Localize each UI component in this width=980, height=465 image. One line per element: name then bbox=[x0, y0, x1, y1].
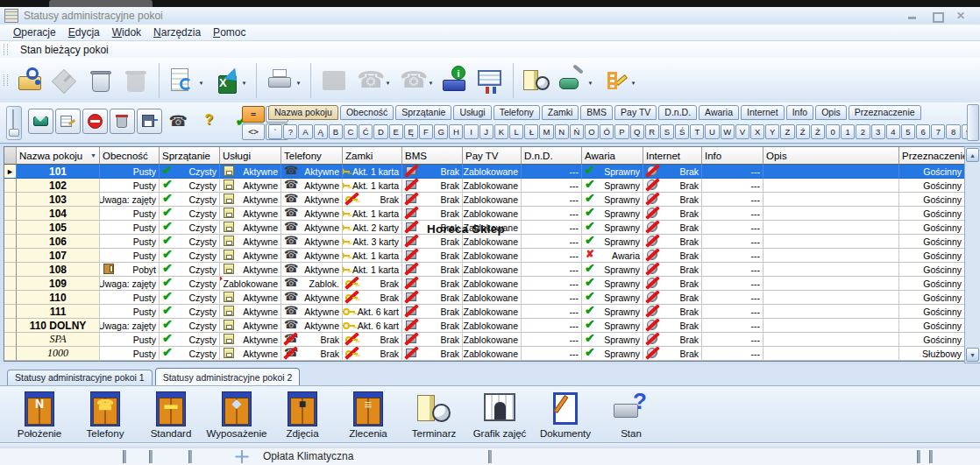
tab-statusy-administracyjne-pokoi-1[interactable]: Statusy administracyjne pokoi 1 bbox=[7, 370, 153, 385]
filter-column-obecno[interactable]: Obecność bbox=[340, 105, 394, 120]
table-row[interactable]: 102PustyCzystyAktywneAktywneAkt. 1 karta… bbox=[4, 179, 965, 193]
question-button[interactable] bbox=[200, 110, 221, 131]
toolbar-grip[interactable] bbox=[4, 44, 8, 55]
alphabet-button[interactable]: Q bbox=[630, 124, 644, 139]
filter-column-d-n-d[interactable]: D.n.D. bbox=[658, 105, 697, 120]
alphabet-button[interactable]: M bbox=[539, 124, 553, 139]
search-button[interactable] bbox=[13, 61, 48, 100]
print-button[interactable] bbox=[262, 61, 305, 100]
panel-button-zlecenia[interactable]: ≡Zlecenia bbox=[339, 391, 397, 439]
alphabet-button[interactable]: H bbox=[449, 124, 463, 139]
panel-button-po-o-enie[interactable]: NPołożenie bbox=[11, 391, 68, 439]
alphabet-button[interactable]: V bbox=[735, 124, 749, 139]
menu-item-widok[interactable]: Widok bbox=[106, 25, 147, 39]
filter-column-awaria[interactable]: Awaria bbox=[699, 105, 739, 120]
column-header-info[interactable]: Info bbox=[702, 147, 763, 165]
housekeeping-vacuum-button[interactable] bbox=[554, 61, 597, 100]
panel-button-standard[interactable]: ▬Standard bbox=[142, 391, 200, 439]
table-row[interactable]: 104PustyCzystyAktywneAktywneAkt. 1 karta… bbox=[4, 207, 965, 221]
filter-column-sprz-tanie[interactable]: Sprzątanie bbox=[395, 105, 451, 120]
column-header-awaria[interactable]: Awaria bbox=[582, 147, 643, 165]
panel-button-wyposa-enie[interactable]: ◆Wyposażenie bbox=[208, 391, 266, 439]
alphabet-button[interactable]: 5 bbox=[901, 124, 915, 139]
panel-button-zdj-cia[interactable]: ■Zdjęcia bbox=[273, 391, 331, 439]
dropdown-arrow-icon[interactable] bbox=[586, 73, 594, 88]
column-header-obecno[interactable]: Obecność bbox=[100, 147, 160, 165]
alphabet-button[interactable]: C bbox=[344, 124, 358, 139]
alphabet-button[interactable]: ? bbox=[283, 124, 297, 139]
filter-column-zamki[interactable]: Zamki bbox=[542, 105, 579, 120]
alphabet-button[interactable]: P bbox=[614, 124, 628, 139]
alphabet-button[interactable]: N bbox=[555, 124, 569, 139]
alphabet-button[interactable]: S bbox=[660, 124, 674, 139]
alphabet-button[interactable]: D bbox=[373, 124, 387, 139]
table-row[interactable]: SPAPustyCzystyAktywneBrakBrakBrakZabloko… bbox=[4, 333, 965, 347]
menu-item-pomoc[interactable]: Pomoc bbox=[207, 25, 252, 39]
menu-item-edycja[interactable]: Edycja bbox=[62, 25, 106, 39]
table-row[interactable]: 110PustyCzystyAktywneAktywneBrakBrakZabl… bbox=[4, 291, 965, 305]
table-row[interactable]: 110 DOLNYUwaga: zajętyCzystyAktywneAktyw… bbox=[4, 319, 965, 333]
dropdown-arrow-icon[interactable] bbox=[629, 73, 637, 88]
refresh-list-button[interactable] bbox=[165, 61, 208, 100]
menu-item-operacje[interactable]: Operacje bbox=[7, 25, 62, 39]
no-entry-button[interactable] bbox=[82, 109, 108, 134]
tab-statusy-administracyjne-pokoi-2[interactable]: Statusy administracyjne pokoi 2 bbox=[155, 368, 301, 385]
alphabet-button[interactable]: 1 bbox=[841, 124, 855, 139]
comparison-eq[interactable]: = bbox=[242, 106, 265, 123]
column-header-bms[interactable]: BMS bbox=[402, 147, 463, 165]
column-header-nazwa-pokoju[interactable]: Nazwa pokoju▼ bbox=[17, 147, 100, 165]
scroll-up-arrow[interactable]: ▲ bbox=[966, 148, 979, 162]
row-height-slider[interactable] bbox=[6, 106, 22, 140]
alphabet-button[interactable]: Ć bbox=[359, 124, 373, 139]
alphabet-button[interactable]: R bbox=[645, 124, 659, 139]
alphabet-button[interactable]: Ń bbox=[570, 124, 584, 139]
alphabet-button[interactable]: L bbox=[509, 124, 523, 139]
table-row[interactable]: 108PobytCzystyAktywneAktywneAkt. 1 karta… bbox=[4, 263, 965, 277]
table-row[interactable]: 109Uwaga: zajętyCzystyZablokowaneZablok.… bbox=[4, 277, 965, 291]
alphabet-button[interactable]: 7 bbox=[931, 124, 945, 139]
save-add-button[interactable] bbox=[137, 109, 162, 134]
alphabet-button[interactable]: T bbox=[690, 124, 704, 139]
alphabet-button[interactable]: Ż bbox=[811, 124, 825, 139]
column-header-opis[interactable]: Opis bbox=[763, 147, 899, 165]
column-header-telefony[interactable]: Telefony bbox=[281, 147, 343, 165]
delete-red-button[interactable] bbox=[110, 109, 135, 134]
panel-button-terminarz[interactable]: Terminarz bbox=[405, 391, 463, 439]
device-info-button[interactable] bbox=[437, 61, 472, 100]
delete-button[interactable] bbox=[83, 61, 118, 100]
alphabet-button[interactable]: A bbox=[298, 124, 312, 139]
board-tools-button[interactable] bbox=[472, 61, 508, 100]
alphabet-button[interactable]: Ó bbox=[600, 124, 614, 139]
alphabet-button[interactable]: Ś bbox=[675, 124, 689, 139]
envelope-button[interactable] bbox=[28, 109, 53, 134]
panel-button-telefony[interactable]: ☎Telefony bbox=[76, 391, 134, 439]
work-orders-button[interactable] bbox=[597, 61, 640, 100]
alphabet-button[interactable]: 2 bbox=[856, 124, 870, 139]
panel-button-stan[interactable]: Stan bbox=[602, 391, 660, 439]
alphabet-button[interactable]: G bbox=[434, 124, 448, 139]
alphabet-button[interactable]: Ź bbox=[796, 124, 810, 139]
column-header-przeznaczenie[interactable]: Przeznaczenie bbox=[899, 147, 965, 165]
column-header-us-ugi[interactable]: Usługi bbox=[220, 147, 281, 165]
filter-column-telefony[interactable]: Telefony bbox=[494, 105, 540, 120]
column-header-sprz-tanie[interactable]: Sprzątanie bbox=[160, 147, 220, 165]
close-button[interactable] bbox=[955, 11, 968, 21]
menu-item-narz-dzia[interactable]: Narzędzia bbox=[147, 25, 207, 39]
table-row[interactable]: 107PustyCzystyAktywneAktywneAkt. 1 karta… bbox=[4, 249, 965, 263]
filter-column-bms[interactable]: BMS bbox=[580, 105, 613, 120]
sort-filter-icon[interactable]: ▼ bbox=[90, 152, 96, 159]
filter-column-pay-tv[interactable]: Pay TV bbox=[614, 105, 657, 120]
alphabet-button[interactable]: Y bbox=[765, 124, 779, 139]
table-row[interactable]: 103Uwaga: zajętyCzystyAktywneAktywneBrak… bbox=[4, 193, 965, 207]
services-book-button[interactable] bbox=[55, 109, 81, 134]
dropdown-arrow-icon[interactable] bbox=[295, 73, 302, 88]
alphabet-button[interactable]: 0 bbox=[826, 124, 840, 139]
alphabet-button[interactable]: ` bbox=[268, 124, 282, 139]
alphabet-button[interactable]: Z bbox=[780, 124, 794, 139]
minimize-button[interactable] bbox=[906, 11, 919, 21]
alphabet-button[interactable]: 8 bbox=[946, 124, 960, 139]
filter-column-opis[interactable]: Opis bbox=[815, 105, 847, 120]
column-header-pay-tv[interactable]: Pay TV bbox=[463, 147, 522, 165]
alphabet-button[interactable]: 4 bbox=[886, 124, 900, 139]
comparison-ltgt[interactable]: <> bbox=[242, 123, 265, 140]
